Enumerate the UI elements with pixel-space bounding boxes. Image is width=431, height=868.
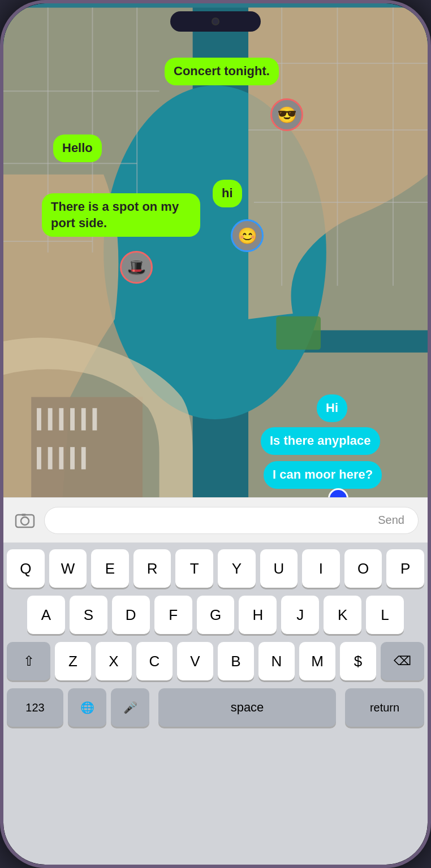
key-H[interactable]: H [239, 596, 277, 634]
key-B[interactable]: B [218, 642, 254, 680]
key-I[interactable]: I [302, 549, 340, 588]
keyboard-row-1: Q W E R T Y U I O P [7, 549, 424, 588]
key-microphone[interactable]: 🎤 [111, 688, 149, 727]
svg-rect-26 [59, 447, 63, 469]
bubble-port-side: There is a spot on my port side. [42, 193, 200, 237]
svg-rect-23 [92, 408, 97, 430]
key-J[interactable]: J [281, 596, 319, 634]
return-key[interactable]: return [345, 688, 424, 727]
svg-rect-25 [48, 447, 53, 469]
bubble-anyplace: Is there anyplace [261, 427, 380, 455]
key-A[interactable]: A [27, 596, 65, 634]
key-F[interactable]: F [154, 596, 192, 634]
message-input-area: Send [3, 497, 428, 542]
send-button[interactable]: Send [378, 514, 409, 527]
key-K[interactable]: K [324, 596, 361, 634]
key-X[interactable]: X [96, 642, 132, 680]
avatar-3: 🎩 [120, 251, 153, 284]
svg-point-31 [21, 517, 29, 525]
keyboard-row-2: A S D F G H J K L [7, 596, 424, 634]
bubble-hi-small: hi [213, 180, 242, 207]
key-R[interactable]: R [133, 549, 171, 588]
phone-screen: Concert tonight. Hello hi There is a spo… [3, 3, 428, 865]
svg-rect-20 [59, 408, 63, 430]
key-dollar[interactable]: $ [340, 642, 376, 680]
key-N[interactable]: N [258, 642, 295, 680]
phone-frame: Concert tonight. Hello hi There is a spo… [0, 0, 431, 868]
svg-rect-18 [37, 408, 41, 430]
key-T[interactable]: T [175, 549, 213, 588]
bubble-hello: Hello [53, 134, 102, 162]
svg-rect-21 [70, 408, 75, 430]
svg-rect-19 [48, 408, 53, 430]
key-G[interactable]: G [197, 596, 235, 634]
keyboard-row-3: ⇧ Z X C V B N M $ ⌫ [7, 642, 424, 680]
key-D[interactable]: D [112, 596, 150, 634]
bubble-concert: Concert tonight. [165, 58, 279, 85]
key-U[interactable]: U [260, 549, 298, 588]
svg-rect-22 [81, 408, 86, 430]
key-Y[interactable]: Y [218, 549, 256, 588]
svg-rect-32 [21, 514, 26, 516]
keyboard[interactable]: Q W E R T Y U I O P A S D F G [3, 542, 428, 865]
svg-rect-24 [37, 447, 41, 469]
message-text-input[interactable]: Send [44, 507, 419, 534]
avatar-2: 😊 [231, 219, 264, 252]
key-Q[interactable]: Q [7, 549, 45, 588]
notch [170, 11, 261, 32]
key-E[interactable]: E [91, 549, 129, 588]
keyboard-bottom-row: 123 🌐 🎤 space return [3, 688, 428, 727]
key-P[interactable]: P [386, 549, 424, 588]
key-S[interactable]: S [70, 596, 107, 634]
key-Z[interactable]: Z [55, 642, 91, 680]
bubble-moor: I can moor here? [264, 461, 382, 489]
svg-rect-29 [276, 316, 321, 350]
shift-key[interactable]: ⇧ [7, 642, 50, 680]
key-L[interactable]: L [366, 596, 404, 634]
bubble-hi-cyan: Hi [317, 394, 347, 422]
map-area[interactable]: Concert tonight. Hello hi There is a spo… [3, 3, 428, 546]
camera-sensor [212, 18, 219, 25]
key-O[interactable]: O [344, 549, 382, 588]
key-W[interactable]: W [49, 549, 87, 588]
key-123[interactable]: 123 [7, 688, 63, 727]
space-key[interactable]: space [158, 688, 336, 727]
camera-icon[interactable] [12, 508, 37, 533]
key-C[interactable]: C [136, 642, 173, 680]
key-M[interactable]: M [299, 642, 335, 680]
avatar-1: 😎 [270, 98, 303, 131]
key-V[interactable]: V [177, 642, 213, 680]
key-globe[interactable]: 🌐 [68, 688, 106, 727]
svg-rect-27 [70, 447, 75, 469]
backspace-key[interactable]: ⌫ [381, 642, 424, 680]
svg-rect-28 [81, 447, 86, 469]
